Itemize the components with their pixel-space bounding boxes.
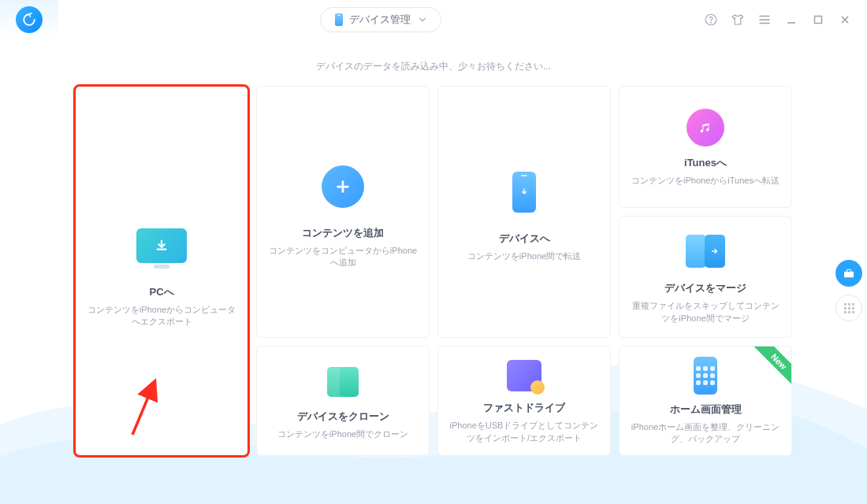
maximize-button[interactable] <box>810 12 826 28</box>
merge-phones-icon <box>686 229 725 273</box>
tile-title: コンテンツを追加 <box>302 226 384 240</box>
tile-desc: コンテンツをiPhone間で転送 <box>467 250 581 262</box>
itunes-icon <box>687 107 724 148</box>
shirt-icon[interactable] <box>730 12 746 28</box>
tile-title: デバイスへ <box>499 232 550 246</box>
svg-rect-2 <box>815 17 822 24</box>
tile-merge-device[interactable]: デバイスをマージ 重複ファイルをスキップしてコンテンツをiPhone間でマージ <box>619 216 792 338</box>
tile-fast-drive[interactable]: ファストドライブ iPhoneをUSBドライブとしてコンテンツをインポート/エク… <box>437 346 611 456</box>
tile-desc: iPhoneをUSBドライブとしてコンテンツをインポート/エクスポート <box>448 420 601 444</box>
tile-to-itunes[interactable]: iTunesへ コンテンツをiPhoneからiTunesへ転送 <box>619 86 792 208</box>
tile-desc: コンテンツをiPhoneからiTunesへ転送 <box>631 175 780 187</box>
clone-phones-icon <box>324 361 362 402</box>
tile-add-content[interactable]: コンテンツを追加 コンテンツをコンピュータからiPhoneへ追加 <box>256 86 430 338</box>
phone-download-icon <box>512 161 536 224</box>
tile-title: ホーム画面管理 <box>670 402 742 417</box>
tile-clone-device[interactable]: デバイスをクローン コンテンツをiPhone間でクローン <box>256 346 430 456</box>
loading-text: デバイスのデータを読み込み中、少々お待ちください... <box>87 39 780 86</box>
close-button[interactable] <box>837 12 853 28</box>
tile-desc: 重複ファイルをスキップしてコンテンツをiPhone間でマージ <box>629 300 782 324</box>
tile-title: デバイスをクローン <box>297 410 389 424</box>
chevron-down-icon <box>419 16 426 24</box>
tile-to-pc[interactable]: PCへ コンテンツをiPhoneからコンピュータへエクスポート <box>75 86 248 456</box>
tile-to-device[interactable]: デバイスへ コンテンツをiPhone間で転送 <box>437 86 611 338</box>
new-badge: New <box>753 346 792 388</box>
monitor-download-icon <box>136 214 187 277</box>
tile-title: ファストドライブ <box>483 401 565 415</box>
feature-grid: PCへ コンテンツをiPhoneからコンピュータへエクスポート コンテンツを追加… <box>87 86 780 456</box>
tile-desc: コンテンツをiPhone間でクローン <box>277 428 408 440</box>
app-header: デバイス管理 <box>0 0 867 39</box>
minimize-button[interactable] <box>783 12 799 28</box>
side-float-buttons <box>835 260 862 321</box>
header-controls <box>703 12 867 28</box>
tile-home-screen[interactable]: New ホーム画面管理 iPhoneホーム画面を整理、クリーニング、バックアップ <box>619 346 792 456</box>
svg-point-1 <box>710 22 711 23</box>
home-screen-icon <box>694 357 717 395</box>
menu-icon[interactable] <box>757 12 772 28</box>
drive-icon <box>507 358 541 393</box>
plus-circle-icon <box>322 155 364 218</box>
help-icon[interactable] <box>703 12 719 28</box>
tile-desc: コンテンツをコンピュータからiPhoneへ追加 <box>266 245 419 269</box>
toolbox-button[interactable] <box>835 260 862 287</box>
apps-grid-button[interactable] <box>835 295 862 321</box>
tile-title: PCへ <box>149 285 173 299</box>
phone-icon <box>335 13 343 26</box>
device-button-label: デバイス管理 <box>349 13 411 27</box>
tile-title: iTunesへ <box>684 156 727 170</box>
tile-desc: iPhoneホーム画面を整理、クリーニング、バックアップ <box>629 421 782 446</box>
device-manager-dropdown[interactable]: デバイス管理 <box>320 7 441 32</box>
tile-title: デバイスをマージ <box>664 281 746 295</box>
main-content: デバイスのデータを読み込み中、少々お待ちください... PCへ コンテンツをiP… <box>0 39 867 456</box>
tile-desc: コンテンツをiPhoneからコンピュータへエクスポート <box>84 304 239 328</box>
app-logo <box>0 0 58 39</box>
